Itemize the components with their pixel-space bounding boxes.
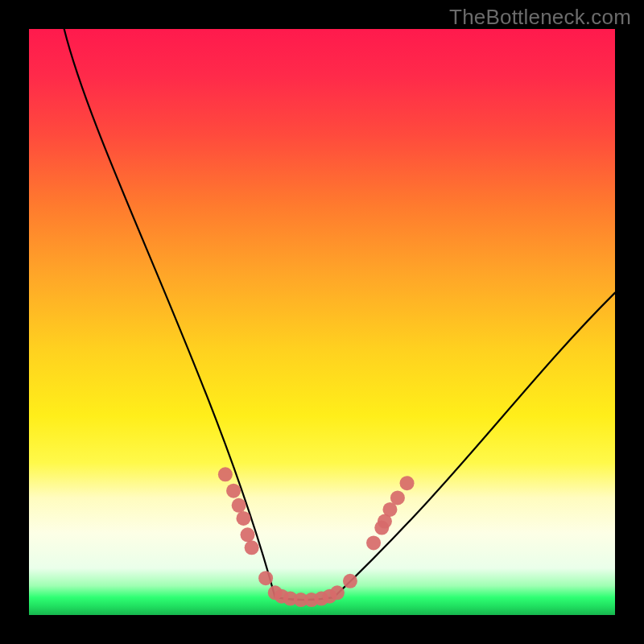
curve-path [64,29,615,600]
data-markers [218,467,415,607]
plot-area [29,29,615,615]
data-marker [258,571,273,585]
data-marker [343,574,357,588]
data-marker [218,467,233,481]
data-marker [390,490,405,505]
bottleneck-curve [64,29,615,600]
data-marker [226,484,241,498]
data-marker [330,585,345,600]
data-marker [232,498,246,513]
chart-overlay [29,29,615,615]
watermark-text: TheBottleneck.com [449,5,631,30]
data-marker [366,535,381,550]
data-marker [400,476,415,490]
chart-frame: TheBottleneck.com [0,0,644,644]
data-marker [241,527,255,542]
data-marker [236,511,250,526]
data-marker [245,540,259,555]
